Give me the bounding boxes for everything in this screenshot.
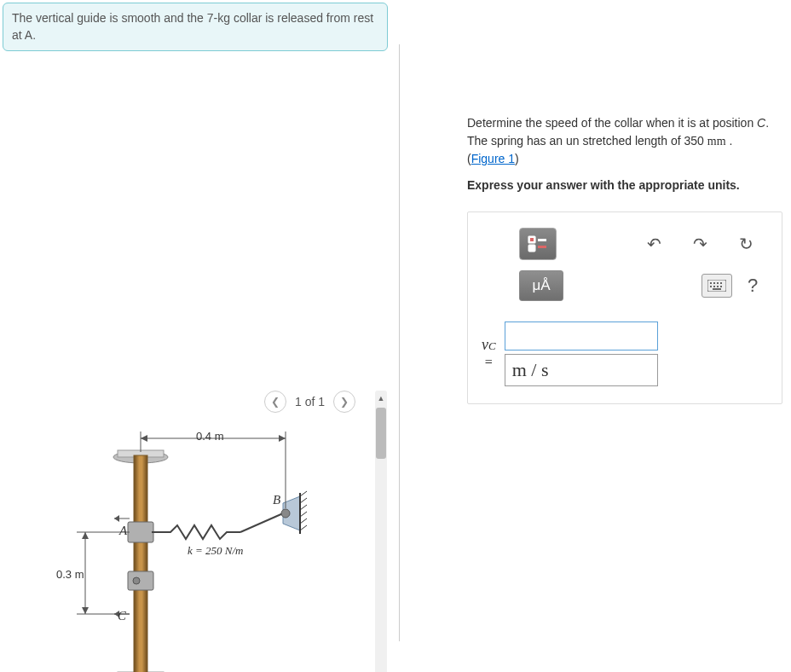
spring-constant-label: k = 250 N/m <box>188 544 243 558</box>
svg-rect-43 <box>717 286 719 287</box>
figure-scrollbar[interactable]: ▲ <box>375 391 387 672</box>
svg-line-11 <box>300 498 307 503</box>
svg-rect-6 <box>128 571 153 590</box>
problem-intro-text: The vertical guide is smooth and the 7-k… <box>12 11 373 42</box>
figure-diagram: 0.4 m 0.3 m A B C k = 250 N/m <box>51 418 358 672</box>
units-symbols-button[interactable]: μÅ <box>519 270 563 301</box>
figure-link[interactable]: Figure 1 <box>471 152 515 165</box>
figure-navigation: ❮ 1 of 1 ❯ <box>264 391 355 413</box>
help-button[interactable]: ? <box>741 274 765 298</box>
svg-rect-45 <box>713 288 721 290</box>
svg-rect-44 <box>720 286 722 287</box>
svg-line-13 <box>300 512 307 517</box>
chevron-left-icon: ❮ <box>271 396 280 408</box>
svg-rect-5 <box>128 522 153 542</box>
svg-marker-26 <box>82 607 89 614</box>
q-mm: mm <box>707 135 726 148</box>
scroll-up-arrow-icon[interactable]: ▲ <box>375 392 387 404</box>
q-period: . <box>726 134 733 148</box>
point-b-label: B <box>273 493 280 507</box>
prev-figure-button[interactable]: ❮ <box>264 391 286 413</box>
point-a-label: A <box>119 524 127 538</box>
redo-icon: ↷ <box>693 234 707 254</box>
undo-button[interactable]: ↶ <box>635 228 673 260</box>
svg-marker-20 <box>141 435 147 442</box>
answer-box: ↶ ↷ ↻ μÅ <box>467 211 782 404</box>
next-figure-button[interactable]: ❯ <box>333 391 355 413</box>
answer-input-row: vC = m / s <box>468 313 782 403</box>
svg-rect-41 <box>710 286 712 287</box>
svg-point-7 <box>133 577 140 584</box>
input-stack: m / s <box>505 322 658 386</box>
mu-angstrom-label: μÅ <box>532 277 550 294</box>
reset-icon: ↻ <box>739 234 753 254</box>
svg-rect-32 <box>530 238 534 241</box>
variable-label: vC = <box>482 337 496 371</box>
svg-line-10 <box>300 491 307 496</box>
equals-sign: = <box>485 355 493 369</box>
panel-divider <box>399 44 400 641</box>
svg-rect-40 <box>720 282 722 284</box>
svg-rect-35 <box>528 245 535 252</box>
q-pointC: C <box>757 116 765 130</box>
var-vc: vC <box>482 336 496 353</box>
instruction-text: Express your answer with the appropriate… <box>467 177 782 194</box>
svg-line-15 <box>300 525 307 530</box>
svg-rect-42 <box>713 286 715 287</box>
svg-line-14 <box>300 518 307 524</box>
svg-rect-34 <box>538 246 546 248</box>
svg-rect-33 <box>538 239 546 241</box>
dim-horizontal-label: 0.4 m <box>196 430 224 443</box>
point-c-label: C <box>118 609 126 623</box>
svg-line-12 <box>300 505 307 510</box>
svg-marker-28 <box>114 515 119 522</box>
answer-toolbar-1: ↶ ↷ ↻ <box>468 212 782 269</box>
templates-button[interactable] <box>519 228 557 260</box>
svg-marker-25 <box>82 532 89 539</box>
redo-button[interactable]: ↷ <box>681 228 719 260</box>
svg-rect-37 <box>710 282 712 284</box>
help-icon: ? <box>748 275 758 297</box>
svg-rect-38 <box>713 282 715 284</box>
reset-button[interactable]: ↻ <box>727 228 765 260</box>
svg-point-16 <box>281 509 290 518</box>
q-part1a: Determine the speed of the collar when i… <box>467 116 757 130</box>
scroll-thumb[interactable] <box>376 408 386 459</box>
svg-line-8 <box>240 513 283 532</box>
keyboard-icon <box>707 280 726 292</box>
svg-marker-21 <box>279 435 286 442</box>
dim-vertical-label: 0.3 m <box>56 568 84 581</box>
answer-value-input[interactable] <box>505 322 658 350</box>
figure-panel: ❮ 1 of 1 ❯ ▲ <box>0 51 396 648</box>
figure-counter: 1 of 1 <box>295 395 325 408</box>
question-panel: Determine the speed of the collar when i… <box>467 114 782 404</box>
answer-units-box[interactable]: m / s <box>505 354 658 386</box>
keyboard-button[interactable] <box>702 274 732 298</box>
undo-icon: ↶ <box>647 234 661 254</box>
chevron-right-icon: ❯ <box>340 396 349 408</box>
answer-units-text: m / s <box>512 359 549 381</box>
problem-statement: The vertical guide is smooth and the 7-k… <box>3 3 388 51</box>
svg-rect-39 <box>717 282 719 284</box>
templates-icon <box>528 235 548 252</box>
question-text: Determine the speed of the collar when i… <box>467 114 782 168</box>
answer-toolbar-2: μÅ ? <box>468 269 782 313</box>
svg-rect-4 <box>134 455 147 672</box>
